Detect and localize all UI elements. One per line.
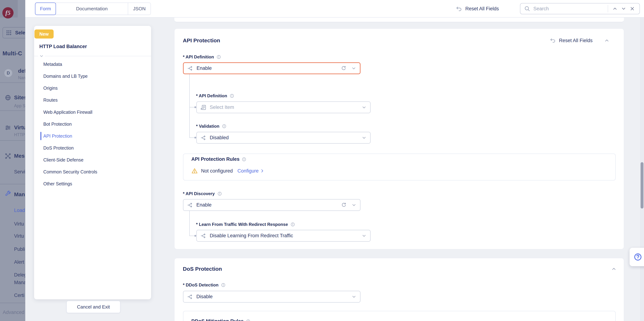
info-icon[interactable] — [216, 55, 221, 59]
nav-item-other-settings[interactable]: Other Settings — [43, 181, 72, 187]
ddos-detection-dropdown[interactable]: Disable — [183, 291, 360, 302]
rules-box-title-row: API Protection Rules — [191, 156, 246, 162]
nav-item-common-security-controls[interactable]: Common Security Controls — [43, 169, 97, 175]
namespace-caption: Nam — [18, 75, 25, 80]
chevron-down-icon[interactable] — [352, 203, 356, 208]
sidebar-item-mesh[interactable]: Mes — [14, 153, 24, 159]
info-icon[interactable] — [242, 157, 246, 162]
nav-item-routes[interactable]: Routes — [43, 97, 58, 103]
info-icon[interactable] — [222, 124, 226, 129]
collapse-section-icon[interactable] — [604, 38, 610, 43]
search-input[interactable] — [533, 6, 605, 12]
section-reset-row: Reset All Fields — [550, 37, 610, 44]
nav-item-client-side-defense[interactable]: Client-Side Defense — [43, 157, 84, 163]
search-divider — [608, 5, 608, 12]
nav-item-domains[interactable]: Domains and LB Type — [43, 74, 88, 79]
nav-item-bot-protection[interactable]: Bot Protection — [43, 121, 72, 127]
sidebar-divider — [0, 110, 25, 111]
api-protection-rules-box: API Protection Rules Not configured Conf… — [183, 153, 616, 181]
rules-status-row: Not configured Configure — [191, 168, 265, 174]
chevron-down-icon[interactable] — [351, 66, 356, 71]
api-definition-select-dropdown[interactable]: Select Item — [196, 101, 370, 113]
info-icon[interactable] — [230, 93, 234, 98]
field-label: * DDoS Detection — [183, 282, 226, 287]
sidebar-item[interactable]: Virtu — [14, 233, 24, 239]
connector-dot — [194, 235, 196, 237]
search-close-icon[interactable] — [628, 6, 636, 12]
chevron-down-icon[interactable] — [352, 294, 356, 299]
sliders-icon — [5, 124, 11, 131]
dropdown-value: Disabled — [210, 135, 357, 140]
new-badge: New — [34, 30, 54, 39]
field-connector — [189, 107, 194, 107]
form-nav-panel: New HTTP Load Balancer Metadata Domains … — [34, 26, 151, 299]
search-prev-icon[interactable] — [610, 6, 619, 12]
wrench-icon — [5, 190, 11, 197]
sidebar-item[interactable]: Deleg — [14, 272, 25, 278]
api-protection-section: API Protection Reset All Fields * API De… — [174, 29, 624, 249]
search-next-icon[interactable] — [619, 6, 628, 12]
nav-item-api-protection[interactable]: API Protection — [43, 133, 72, 139]
collapse-section-icon[interactable] — [611, 266, 616, 272]
chevron-right-icon — [260, 168, 265, 174]
collapse-panel-icon[interactable] — [38, 53, 45, 59]
field-connector — [189, 211, 190, 236]
sidebar-item-advanced[interactable]: Advanced — [3, 309, 24, 315]
tab-json[interactable]: JSON — [128, 3, 151, 15]
reset-field-icon[interactable] — [341, 65, 346, 71]
chevron-down-icon[interactable] — [362, 135, 366, 140]
search-box — [520, 3, 640, 14]
top-header: Form Documentation JSON Reset All Fields — [25, 0, 644, 18]
mesh-icon — [5, 153, 11, 159]
field-connector — [189, 137, 194, 138]
sidebar-item[interactable]: Mana — [14, 280, 25, 285]
globe-icon — [5, 94, 11, 101]
info-icon[interactable] — [221, 283, 226, 287]
one-of-selector-icon — [200, 233, 206, 239]
nav-item-origins[interactable]: Origins — [43, 86, 58, 91]
nav-item-metadata[interactable]: Metadata — [43, 62, 62, 67]
cancel-and-exit-button[interactable]: Cancel and Exit — [66, 301, 120, 313]
sidebar-item-service[interactable]: Servi — [14, 169, 25, 175]
sidebar-item-load-balancers[interactable]: Load — [14, 208, 25, 213]
view-tabs: Form Documentation JSON — [35, 3, 151, 15]
nav-item-dos-protection[interactable]: DoS Protection — [43, 145, 74, 151]
info-icon[interactable] — [217, 191, 222, 196]
sidebar-item-manage[interactable]: Man — [14, 191, 25, 198]
workspace-heading: Multi-C — [2, 50, 22, 57]
namespace-name[interactable]: def — [18, 68, 25, 74]
info-icon[interactable] — [290, 222, 295, 227]
learn-redirect-dropdown[interactable]: Disable Learning From Redirect Traffic — [196, 230, 370, 242]
help-button[interactable] — [630, 248, 644, 266]
nav-item-waf[interactable]: Web Application Firewall — [43, 110, 92, 115]
section-title: API Protection — [183, 38, 220, 44]
sidebar-item-virtual[interactable]: Virtu — [14, 124, 25, 130]
f5-logo: f5 — [2, 7, 14, 19]
sidebar-item[interactable]: Certi — [14, 293, 24, 298]
scrollbar-thumb[interactable] — [640, 162, 644, 209]
reset-field-icon[interactable] — [341, 202, 347, 208]
section-reset-label[interactable]: Reset All Fields — [559, 38, 592, 43]
chevron-down-icon[interactable] — [362, 105, 366, 110]
sidebar-item[interactable]: Virtu — [14, 221, 24, 227]
one-of-selector-icon — [187, 294, 193, 300]
sidebar-item[interactable]: Publi — [14, 246, 25, 252]
select-service-button[interactable]: Sele — [2, 27, 25, 38]
api-definition-dropdown[interactable]: Enable — [183, 62, 360, 74]
ddos-mitigation-rules-box: DDoS Mitigation Rules — [183, 311, 616, 321]
field-label: * Learn From Traffic With Redirect Respo… — [196, 222, 295, 227]
api-discovery-dropdown[interactable]: Enable — [183, 199, 360, 211]
sidebar-item[interactable]: Alert — [14, 259, 24, 265]
one-of-selector-icon — [187, 65, 193, 71]
logo-area: f5 — [0, 0, 18, 18]
reset-all-fields-header[interactable]: Reset All Fields — [456, 0, 499, 18]
info-icon[interactable] — [246, 319, 250, 321]
panel-divider — [34, 56, 151, 56]
validation-dropdown[interactable]: Disabled — [196, 132, 370, 143]
tab-documentation[interactable]: Documentation — [56, 3, 128, 15]
tab-form[interactable]: Form — [35, 3, 56, 15]
sidebar-item-sites[interactable]: Sites — [14, 94, 25, 101]
configure-link[interactable]: Configure — [238, 168, 265, 174]
one-of-selector-icon — [200, 135, 206, 141]
chevron-down-icon[interactable] — [362, 233, 366, 238]
